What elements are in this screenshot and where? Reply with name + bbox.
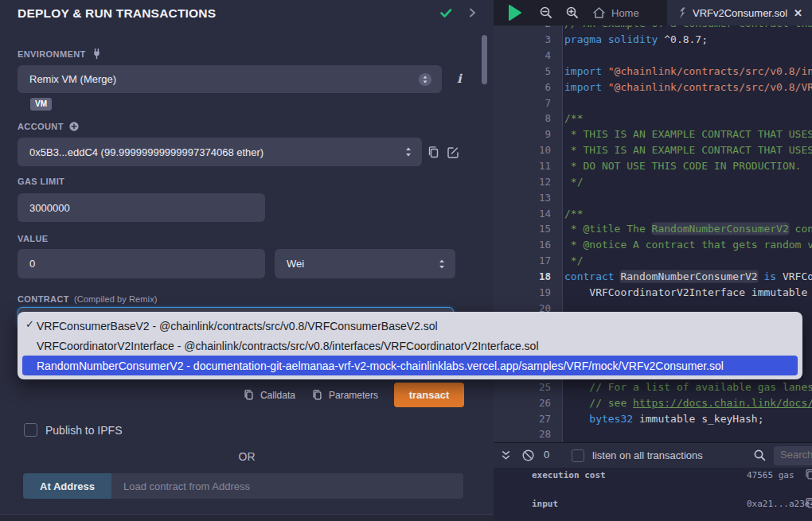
contract-dropdown-menu: ✓VRFConsumerBaseV2 - @chainlink/contract… (18, 312, 802, 379)
contract-option-label: VRFCoordinatorV2Interface - @chainlink/c… (37, 340, 539, 352)
copy-value-icon[interactable] (804, 497, 812, 509)
at-address-button[interactable]: At Address (23, 473, 111, 499)
home-icon (592, 6, 606, 19)
contract-option[interactable]: ✓VRFConsumerBaseV2 - @chainlink/contract… (18, 316, 802, 336)
code-line: 27 bytes32 immutable s_keyHash; (494, 410, 812, 426)
tab-vrfv2consumer[interactable]: VRFv2Consumer.sol ✕ (667, 0, 812, 25)
gas-limit-input-box (18, 193, 265, 222)
publish-ipfs-label: Publish to IPFS (45, 424, 123, 437)
contract-label-suffix: (Compiled by Remix) (74, 294, 158, 304)
code-text: // For a list of available gas lanes, (562, 381, 812, 393)
value-unit-select[interactable]: Wei (275, 249, 455, 278)
collapse-panel-chevron-icon[interactable] (466, 6, 478, 19)
line-number: 6 (494, 81, 562, 93)
value-label: VALUE (18, 234, 48, 243)
environment-label: ENVIRONMENT (18, 48, 103, 60)
code-text: * @notice A contract that gets random va (562, 239, 812, 251)
close-tab-icon[interactable]: ✕ (794, 7, 802, 19)
solidity-file-icon (677, 7, 687, 19)
code-text: * DO NOT USE THIS CODE IN PRODUCTION. (562, 160, 801, 172)
terminal-search-box (774, 446, 812, 465)
publish-ipfs-checkbox[interactable] (24, 423, 37, 437)
listen-all-transactions-checkbox[interactable] (572, 449, 584, 462)
compile-success-check-icon (439, 6, 453, 20)
value-unit: Wei (275, 258, 304, 270)
code-text: pragma solidity ^0.8.7; (562, 33, 708, 45)
gas-limit-input[interactable] (18, 202, 265, 214)
plug-icon (91, 48, 103, 60)
line-number: 4 (494, 49, 562, 61)
line-number: 8 (494, 112, 562, 124)
contract-option-label: RandomNumberConsumerV2 - documentation-g… (37, 360, 724, 372)
selected-check-icon: ✓ (25, 318, 34, 330)
panel-scrollbar-thumb[interactable] (482, 35, 487, 84)
line-number: 13 (494, 192, 562, 204)
line-number: 5 (494, 65, 562, 77)
zoom-out-icon[interactable] (539, 6, 553, 20)
line-number: 3 (494, 33, 562, 45)
environment-select[interactable]: Remix VM (Merge) (18, 65, 442, 93)
edit-account-icon[interactable] (447, 146, 460, 159)
code-line: 16 * @notice A contract that gets random… (494, 237, 812, 253)
at-address-input[interactable] (111, 480, 463, 492)
copy-parameters-icon (311, 389, 323, 401)
terminal-toolbar: 0 listen on all transactions (494, 442, 812, 468)
code-editor[interactable]: 2// An example of a consumer contract th… (494, 25, 812, 442)
terminal-row: execution cost47565 gas (494, 470, 812, 483)
account-select[interactable]: 0x5B3...eddC4 (99.99999999999997374068 e… (18, 138, 422, 166)
terminal-row-value: 0xa21...a23e4 (747, 499, 812, 509)
code-line: 3pragma solidity ^0.8.7; (494, 32, 812, 48)
code-lines: 2// An example of a consumer contract th… (494, 25, 812, 442)
account-value: 0x5B3...eddC4 (99.99999999999997374068 e… (18, 146, 264, 158)
value-input-box (18, 249, 265, 278)
code-line: 10 * THIS IS AN EXAMPLE CONTRACT THAT US… (494, 142, 812, 158)
zoom-in-icon[interactable] (565, 6, 580, 20)
transact-button[interactable]: transact (394, 383, 464, 407)
code-line: 26 // see https://docs.chain.link/docs/v (494, 395, 812, 410)
terminal-output[interactable]: execution cost47565 gasinput0xa21...a23e… (494, 468, 812, 521)
run-script-play-icon[interactable] (508, 5, 522, 21)
line-number: 25 (494, 381, 562, 393)
line-number: 19 (494, 286, 562, 298)
code-text: // An example of a consumer contract tha… (562, 25, 812, 29)
parameters-group[interactable]: Parameters (311, 389, 378, 401)
vm-badge: VM (30, 98, 52, 111)
code-text: contract RandomNumberConsumerV2 is VRFCo… (562, 270, 812, 282)
copy-value-icon[interactable] (804, 469, 812, 480)
calldata-label: Calldata (260, 390, 295, 401)
code-text: * @title The RandomNumberConsumerV2 cont (562, 223, 812, 235)
code-line: 28 (494, 426, 812, 442)
calldata-group[interactable]: Calldata (243, 389, 295, 401)
tab-home-label: Home (611, 7, 639, 19)
clear-console-ban-icon[interactable] (521, 449, 535, 462)
tab-home[interactable]: Home (583, 0, 649, 25)
environment-info-icon[interactable]: i (457, 72, 462, 86)
code-line: 14/** (494, 205, 812, 221)
expand-terminal-chevrons-icon[interactable] (500, 449, 512, 462)
code-text: * THIS IS AN EXAMPLE CONTRACT THAT USES (562, 128, 812, 140)
code-text: /** (562, 208, 583, 220)
code-line: 6import "@chainlink/contracts/src/v0.8/V… (494, 79, 812, 95)
copy-account-icon[interactable] (427, 146, 440, 159)
panel-title: DEPLOY & RUN TRANSACTIONS (18, 6, 216, 21)
code-line: 8/** (494, 111, 812, 126)
gas-limit-label: GAS LIMIT (18, 177, 64, 186)
line-number: 28 (494, 428, 562, 440)
code-line: 2// An example of a consumer contract th… (494, 25, 812, 32)
code-text: VRFCoordinatorV2Interface immutable CO (562, 286, 812, 298)
code-line: 9 * THIS IS AN EXAMPLE CONTRACT THAT USE… (494, 126, 812, 142)
line-number: 15 (494, 223, 562, 235)
contract-option[interactable]: RandomNumberConsumerV2 - documentation-g… (22, 356, 798, 375)
code-text: import "@chainlink/contracts/src/v0.8/VR… (562, 81, 812, 93)
contract-option[interactable]: VRFCoordinatorV2Interface - @chainlink/c… (18, 336, 802, 356)
value-input[interactable] (18, 258, 265, 270)
line-number: 11 (494, 160, 562, 172)
code-text: * THIS IS AN EXAMPLE CONTRACT THAT USES (562, 144, 812, 156)
account-label: ACCOUNT (18, 121, 80, 132)
terminal-search-input[interactable] (774, 446, 812, 461)
or-divider-label: OR (0, 450, 494, 463)
add-account-plus-icon[interactable] (68, 121, 80, 132)
line-number: 14 (494, 208, 562, 220)
select-caret-icon (436, 258, 447, 270)
code-text: */ (562, 255, 583, 266)
